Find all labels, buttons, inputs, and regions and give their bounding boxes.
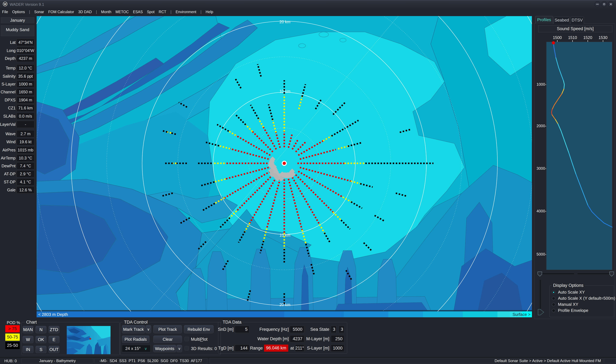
svg-text:W: W	[4, 2, 7, 6]
svg-text:10 km: 10 km	[280, 233, 290, 237]
svg-text:20 km: 20 km	[280, 20, 290, 24]
svg-text:10 km: 10 km	[280, 89, 290, 93]
svg-text:20 km: 20 km	[280, 302, 290, 307]
